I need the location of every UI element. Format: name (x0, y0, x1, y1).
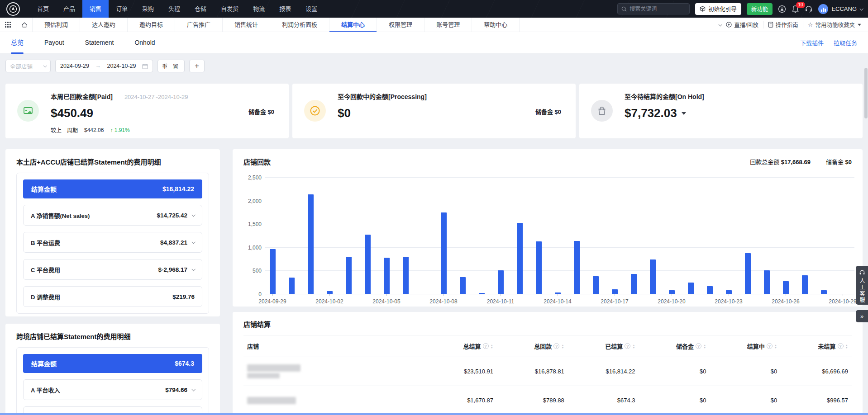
payout-bar-chart[interactable]: 2,5002,0001,5001,00050002024-09-292024-1… (265, 177, 854, 294)
column-header-未结算[interactable]: 未结算?▲▼ (781, 335, 852, 357)
subnav-item-利润分析面板[interactable]: 利润分析面板 (270, 18, 329, 32)
apps-grid-button[interactable] (0, 18, 16, 32)
info-icon[interactable]: ? (767, 343, 773, 349)
sorter-icon[interactable]: ▲▼ (632, 344, 635, 349)
chevron-down-icon[interactable] (191, 213, 195, 217)
column-header-结算中[interactable]: 结算中?▲▼ (710, 335, 781, 357)
live-replay-link[interactable]: 直播/回放 (726, 20, 758, 29)
subnav-item-达人邀约[interactable]: 达人邀约 (80, 18, 128, 32)
fee-row-D[interactable]: D 调整费用$219.76 (23, 286, 202, 307)
home-button[interactable] (16, 18, 33, 32)
app-logo[interactable] (6, 2, 20, 16)
info-icon[interactable]: ? (838, 343, 844, 349)
new-feature-button[interactable]: 新功能 (747, 3, 773, 15)
column-header-储备金[interactable]: 储备金?▲▼ (639, 335, 710, 357)
date-end-value[interactable]: 2024-10-29 (107, 63, 136, 69)
chevron-down-icon[interactable] (191, 387, 195, 391)
support-button[interactable] (805, 5, 813, 13)
subnav-item-结算中心[interactable]: 结算中心 (329, 18, 377, 32)
sorter-icon[interactable]: ▲▼ (845, 344, 848, 349)
bar-2024-10-13[interactable] (536, 241, 542, 294)
topnav-item-产品[interactable]: 产品 (56, 0, 82, 18)
bar-2024-10-24[interactable] (745, 253, 751, 294)
tab-Payout[interactable]: Payout (44, 32, 64, 54)
table-row-1[interactable]: $23,510.91$16,878.81$16,814.22$0$0$6,696… (243, 357, 852, 386)
topnav-item-首页[interactable]: 首页 (30, 0, 56, 18)
init-guide-button[interactable]: 初始化引导 (695, 3, 741, 15)
bar-2024-10-17[interactable] (612, 289, 618, 294)
tab-Onhold[interactable]: Onhold (134, 32, 155, 54)
download-center-button[interactable] (778, 5, 786, 13)
operation-guide-link[interactable]: 操作指南 (768, 20, 798, 29)
topnav-item-销售[interactable]: 销售 (82, 0, 109, 18)
column-header-已结算[interactable]: 已结算?▲▼ (568, 335, 639, 357)
customer-service-button[interactable]: 人工客服 (856, 266, 868, 305)
bar-2024-10-01[interactable] (308, 194, 314, 294)
fee-row-B[interactable]: B 平台运费$4,837.21 (23, 232, 202, 253)
subnav-item-权限管理[interactable]: 权限管理 (377, 18, 424, 32)
column-header-总结算[interactable]: 总结算?▲▼ (426, 335, 497, 357)
bar-2024-10-27[interactable] (802, 275, 808, 294)
add-filter-button[interactable]: + (189, 60, 205, 72)
bar-2024-10-03[interactable] (346, 257, 352, 294)
subnav-item-预估利润[interactable]: 预估利润 (33, 18, 80, 32)
sorter-icon[interactable]: ▲▼ (703, 344, 706, 349)
bar-2024-09-29[interactable] (270, 249, 276, 294)
bar-2024-10-19[interactable] (650, 259, 656, 294)
bar-2024-10-08[interactable] (441, 212, 447, 294)
date-range-picker[interactable]: 2024-09-29 → 2024-10-29 (55, 60, 153, 72)
bar-2024-10-12[interactable] (517, 223, 523, 294)
bar-2024-10-10[interactable] (479, 293, 485, 294)
bar-2024-10-11[interactable] (498, 270, 504, 294)
favorites-link[interactable]: ☆ 常用功能收藏夹 (808, 20, 862, 29)
notifications-button[interactable]: 10 (792, 5, 799, 13)
subnav-item-广告推广[interactable]: 广告推广 (175, 18, 223, 32)
bar-2024-10-23[interactable] (726, 290, 732, 294)
topnav-item-仓储[interactable]: 仓储 (187, 0, 214, 18)
bar-2024-10-06[interactable] (403, 257, 409, 294)
info-icon[interactable]: ? (483, 343, 489, 349)
table-row-2[interactable]: $1,670.87$789.88$674.3$0$0$996.57 (243, 386, 852, 415)
info-icon[interactable]: ? (625, 343, 630, 349)
subnav-item-账号管理[interactable]: 账号管理 (424, 18, 472, 32)
sorter-icon[interactable]: ▲▼ (774, 344, 777, 349)
bar-2024-10-16[interactable] (593, 276, 599, 294)
bar-2024-10-20[interactable] (669, 290, 675, 294)
topnav-item-自发货[interactable]: 自发货 (214, 0, 246, 18)
topnav-item-头程[interactable]: 头程 (161, 0, 187, 18)
subnav-item-销售统计[interactable]: 销售统计 (223, 18, 270, 32)
subnav-item-帮助中心[interactable]: 帮助中心 (472, 18, 520, 32)
user-menu[interactable]: ECCANG (818, 4, 863, 14)
fee-row-A[interactable]: A 净销售额(Net sales)$14,725.42 (23, 205, 202, 226)
bar-2024-09-30[interactable] (289, 278, 295, 294)
global-search[interactable] (617, 3, 690, 14)
bar-2024-10-25[interactable] (764, 270, 770, 294)
collapse-sidebar-button[interactable]: » (856, 310, 868, 322)
bar-2024-10-15[interactable] (574, 241, 580, 294)
sorter-icon[interactable]: ▲▼ (561, 344, 564, 349)
collapse-chevron-icon[interactable] (719, 23, 722, 26)
download-plugin-link[interactable]: 下载插件 (800, 38, 824, 47)
bar-2024-10-26[interactable] (783, 281, 789, 294)
bar-2024-10-18[interactable] (631, 274, 637, 294)
chevron-down-icon[interactable] (191, 267, 195, 271)
fee-row-C[interactable]: C 平台费用$-2,968.17 (23, 259, 202, 280)
topnav-item-订单[interactable]: 订单 (109, 0, 135, 18)
onhold-dropdown-caret[interactable] (682, 112, 686, 115)
date-start-value[interactable]: 2024-09-29 (60, 63, 89, 69)
bar-2024-10-22[interactable] (707, 286, 713, 294)
bar-2024-10-09[interactable] (460, 277, 466, 294)
search-input[interactable] (630, 6, 683, 12)
sorter-icon[interactable]: ▲▼ (491, 344, 493, 349)
fee-row-A[interactable]: A 平台收入$794.66 (23, 379, 202, 400)
column-header-总回款[interactable]: 总回款?▲▼ (497, 335, 568, 357)
bar-2024-10-21[interactable] (688, 283, 694, 294)
topnav-item-设置[interactable]: 设置 (298, 0, 324, 18)
pull-task-link[interactable]: 拉取任务 (834, 38, 857, 47)
tab-Statement[interactable]: Statement (85, 32, 114, 54)
chevron-down-icon[interactable] (191, 240, 195, 244)
info-icon[interactable]: ? (553, 343, 559, 349)
bar-2024-10-28[interactable] (821, 290, 827, 294)
topnav-item-报表[interactable]: 报表 (272, 0, 298, 18)
vertical-scrollbar[interactable] (864, 68, 868, 118)
